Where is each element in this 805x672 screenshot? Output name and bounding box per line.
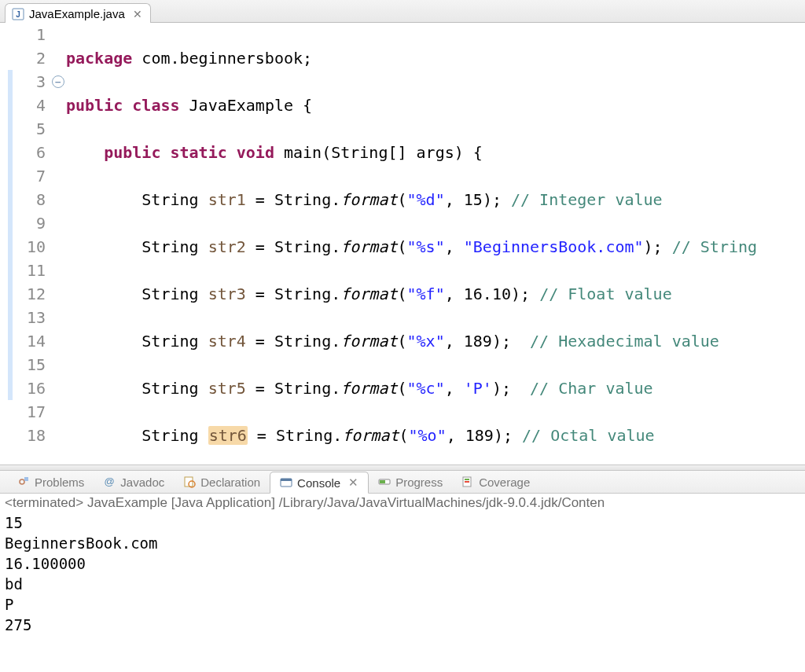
code-editor[interactable]: 123456789101112131415161718 − package co… [0, 23, 805, 465]
line-number-gutter: 123456789101112131415161718 [16, 23, 52, 465]
console-icon [280, 476, 292, 489]
pane-splitter[interactable] [0, 465, 805, 471]
tab-declaration[interactable]: Declaration [174, 472, 270, 492]
java-file-icon: J [12, 8, 24, 20]
editor-tab-bar: J JavaExample.java ✕ [0, 0, 805, 23]
tab-console[interactable]: Console ✕ [270, 472, 369, 494]
console-output: 15 BeginnersBook.com 16.100000 bd P 275 [5, 512, 800, 635]
console-status-line: <terminated> JavaExample [Java Applicati… [5, 495, 800, 511]
svg-rect-13 [465, 481, 469, 483]
svg-text:J: J [16, 10, 20, 19]
editor-tab[interactable]: J JavaExample.java ✕ [5, 3, 151, 23]
svg-point-2 [20, 479, 24, 484]
coverage-icon [461, 476, 474, 488]
occurrence-write-highlight: str6 [208, 426, 248, 445]
close-icon[interactable]: ✕ [133, 8, 142, 20]
collapse-icon[interactable]: − [52, 75, 64, 88]
svg-rect-3 [24, 477, 28, 481]
close-icon[interactable]: ✕ [348, 476, 358, 490]
declaration-icon [183, 476, 196, 488]
console-view[interactable]: <terminated> JavaExample [Java Applicati… [0, 494, 805, 637]
marker-gutter [0, 23, 16, 465]
editor-tab-label: JavaExample.java [29, 7, 125, 20]
tab-coverage[interactable]: Coverage [452, 472, 539, 492]
javadoc-icon: @ [103, 476, 116, 488]
svg-rect-10 [380, 480, 385, 483]
tab-progress[interactable]: Progress [369, 472, 452, 492]
problems-icon [17, 476, 30, 488]
bottom-view-tab-bar: Problems @ Javadoc Declaration Console ✕… [0, 471, 805, 494]
code-content[interactable]: package com.beginnersbook; public class … [66, 23, 805, 465]
tab-javadoc[interactable]: @ Javadoc [94, 472, 174, 492]
fold-gutter: − [52, 23, 66, 465]
svg-rect-8 [281, 479, 292, 481]
tab-problems[interactable]: Problems [8, 472, 94, 492]
progress-icon [378, 476, 391, 488]
svg-text:@: @ [105, 476, 115, 487]
svg-rect-12 [465, 479, 469, 480]
